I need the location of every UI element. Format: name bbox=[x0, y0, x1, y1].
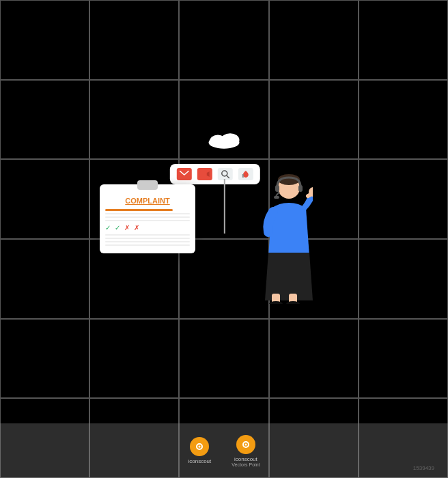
grid-cell bbox=[0, 159, 89, 239]
grid-cell bbox=[359, 0, 448, 80]
brand-name-right: iconscout bbox=[234, 456, 257, 462]
iconscout-logo-right bbox=[236, 435, 255, 454]
check-mark: ✓ bbox=[115, 224, 120, 231]
complaint-title: COMPLAINT bbox=[105, 197, 190, 205]
vectors-point-label: Vectors Point bbox=[232, 462, 260, 467]
svg-point-20 bbox=[199, 446, 201, 448]
email-icon bbox=[177, 168, 192, 180]
communication-bar bbox=[170, 164, 260, 184]
svg-marker-5 bbox=[207, 171, 210, 177]
grid-cell bbox=[0, 80, 89, 160]
illustration-area: COMPLAINT ✓ ✓ ✗ ✗ bbox=[115, 109, 333, 369]
video-icon bbox=[197, 168, 212, 180]
complaint-clipboard: COMPLAINT ✓ ✓ ✗ ✗ bbox=[100, 184, 195, 253]
grid-cell bbox=[269, 0, 359, 80]
grid-cell bbox=[179, 0, 268, 80]
connector-pole bbox=[224, 179, 225, 234]
form-line bbox=[105, 238, 190, 239]
svg-point-6 bbox=[222, 171, 227, 176]
cross-mark: ✗ bbox=[134, 224, 139, 231]
iconscout-logo-left bbox=[190, 437, 209, 456]
grid-cell bbox=[89, 0, 179, 80]
watermark-area: iconscout iconscout Vectors Point 153943… bbox=[0, 423, 448, 478]
asset-id: 1539439 bbox=[413, 465, 434, 471]
grid-cell bbox=[359, 80, 448, 160]
cross-mark: ✗ bbox=[124, 224, 130, 231]
svg-rect-4 bbox=[200, 171, 207, 178]
grid-cell bbox=[0, 319, 89, 399]
form-line bbox=[105, 213, 190, 214]
svg-line-7 bbox=[227, 175, 229, 178]
brand-name-left: iconscout bbox=[188, 458, 211, 464]
checkbox-row: ✓ ✓ ✗ ✗ bbox=[105, 224, 190, 231]
grid-cell bbox=[359, 319, 448, 399]
agent-figure bbox=[251, 167, 313, 307]
form-line bbox=[105, 234, 190, 236]
form-line bbox=[105, 244, 190, 246]
brand-left: iconscout bbox=[188, 437, 211, 464]
form-line bbox=[105, 209, 173, 211]
cloud-icon bbox=[204, 130, 244, 153]
check-mark: ✓ bbox=[105, 224, 111, 231]
grid-cell bbox=[359, 159, 448, 239]
brand-right: iconscout Vectors Point bbox=[232, 435, 260, 467]
svg-point-17 bbox=[286, 301, 300, 304]
grid-cell bbox=[0, 0, 89, 80]
svg-rect-10 bbox=[275, 185, 279, 192]
form-line bbox=[105, 220, 190, 221]
form-line bbox=[105, 241, 190, 242]
form-line bbox=[105, 216, 190, 218]
svg-rect-11 bbox=[298, 185, 303, 192]
grid-cell bbox=[0, 239, 89, 319]
clipboard-clip bbox=[137, 180, 158, 190]
svg-point-16 bbox=[269, 301, 283, 304]
svg-rect-12 bbox=[274, 196, 279, 199]
svg-point-2 bbox=[221, 133, 240, 147]
svg-point-23 bbox=[244, 443, 247, 445]
grid-cell bbox=[359, 239, 448, 319]
